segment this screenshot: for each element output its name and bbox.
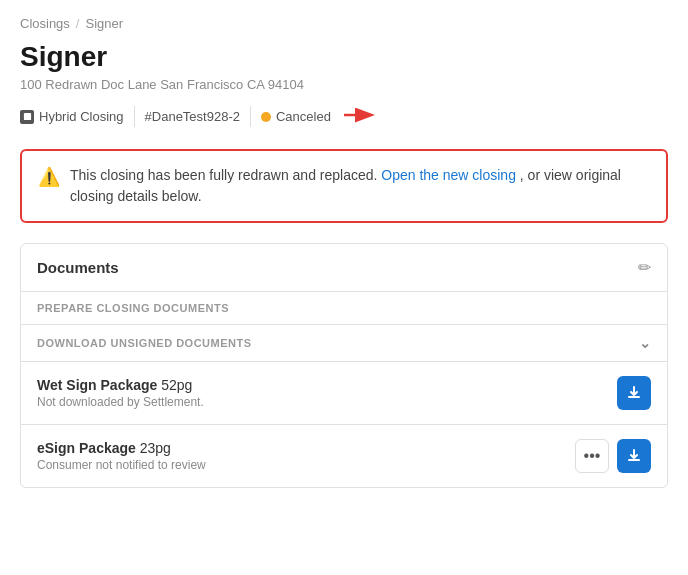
download-wet-sign-button[interactable] <box>617 376 651 410</box>
documents-section-title: Documents <box>37 259 119 276</box>
status-label: Canceled <box>276 109 331 124</box>
warning-icon: ⚠️ <box>38 166 60 188</box>
prepare-closing-header: PREPARE CLOSING DOCUMENTS <box>21 292 667 325</box>
doc-info-wet-sign: Wet Sign Package 52pg Not downloaded by … <box>37 377 204 409</box>
download-esign-button[interactable] <box>617 439 651 473</box>
meta-type: Hybrid Closing <box>20 106 135 127</box>
doc-actions-esign: ••• <box>575 439 651 473</box>
doc-item-esign: eSign Package 23pg Consumer not notified… <box>21 425 667 487</box>
svg-rect-0 <box>23 113 30 120</box>
doc-actions-wet-sign <box>617 376 651 410</box>
status-dot <box>261 112 271 122</box>
page-container: Closings / Signer Signer 100 Redrawn Doc… <box>0 0 688 504</box>
meta-status: Canceled <box>251 102 388 131</box>
alert-box: ⚠️ This closing has been fully redrawn a… <box>20 149 668 223</box>
meta-id-label: #DaneTest928-2 <box>145 109 240 124</box>
hybrid-icon <box>20 110 34 124</box>
page-subtitle: 100 Redrawn Doc Lane San Francisco CA 94… <box>20 77 668 92</box>
breadcrumb: Closings / Signer <box>20 16 668 31</box>
download-unsigned-header[interactable]: DOWNLOAD UNSIGNED DOCUMENTS ⌄ <box>21 325 667 362</box>
doc-name-esign: eSign Package 23pg <box>37 440 206 456</box>
alert-text: This closing has been fully redrawn and … <box>70 165 650 207</box>
chevron-down-icon: ⌄ <box>639 335 652 351</box>
more-options-esign-button[interactable]: ••• <box>575 439 609 473</box>
page-title: Signer <box>20 41 668 73</box>
edit-icon[interactable]: ✏ <box>638 258 651 277</box>
doc-info-esign: eSign Package 23pg Consumer not notified… <box>37 440 206 472</box>
doc-item-wet-sign: Wet Sign Package 52pg Not downloaded by … <box>21 362 667 425</box>
doc-status-wet-sign: Not downloaded by Settlement. <box>37 395 204 409</box>
alert-link[interactable]: Open the new closing <box>381 167 516 183</box>
meta-tags: Hybrid Closing #DaneTest928-2 Canceled <box>20 102 668 131</box>
documents-section-header: Documents ✏ <box>21 244 667 292</box>
breadcrumb-parent[interactable]: Closings <box>20 16 70 31</box>
documents-section: Documents ✏ PREPARE CLOSING DOCUMENTS DO… <box>20 243 668 488</box>
doc-status-esign: Consumer not notified to review <box>37 458 206 472</box>
breadcrumb-current: Signer <box>85 16 123 31</box>
arrow-indicator <box>342 105 378 128</box>
meta-type-label: Hybrid Closing <box>39 109 124 124</box>
alert-message-before: This closing has been fully redrawn and … <box>70 167 377 183</box>
meta-id: #DaneTest928-2 <box>135 106 251 127</box>
breadcrumb-separator: / <box>76 16 80 31</box>
doc-name-wet-sign: Wet Sign Package 52pg <box>37 377 204 393</box>
